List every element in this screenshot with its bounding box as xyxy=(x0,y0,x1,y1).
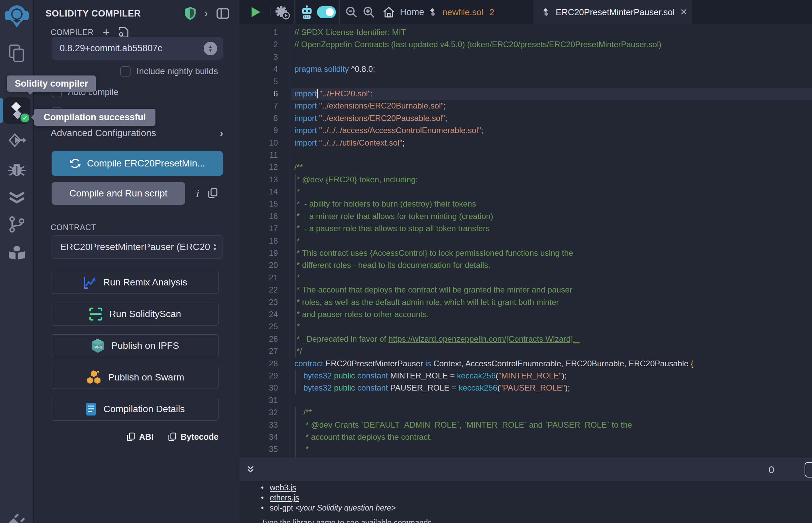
code-line[interactable]: 4pragma solidity ^0.8.0; xyxy=(240,63,812,75)
pin-panel-icon[interactable] xyxy=(216,8,229,19)
terminal[interactable]: •web3.js •ethers.js •sol-gpt <your Solid… xyxy=(240,481,812,523)
copy-abi-button[interactable]: ABI xyxy=(127,432,154,442)
line-number: 4 xyxy=(240,63,291,75)
terminal-search-box[interactable] xyxy=(805,462,812,477)
code-line[interactable]: 9import "../../../access/AccessControlEn… xyxy=(240,124,812,137)
license-icon[interactable] xyxy=(118,26,128,38)
code-line[interactable]: 14 * xyxy=(240,186,812,198)
compiler-version-select[interactable]: 0.8.29+commit.ab55807c ▲▼ xyxy=(52,37,223,60)
info-icon[interactable]: i xyxy=(195,188,199,199)
include-nightly-checkbox[interactable] xyxy=(120,66,130,76)
code-line[interactable]: 35 * xyxy=(240,443,812,455)
line-number: 29 xyxy=(240,370,291,382)
terminal-list-item: •ethers.js xyxy=(261,493,812,503)
code-line[interactable]: 15 * - ability for holders to burn (dest… xyxy=(240,198,812,210)
file-explorer-icon[interactable] xyxy=(0,44,34,63)
copy-icon[interactable] xyxy=(208,188,217,199)
run-script-button[interactable] xyxy=(251,0,261,24)
ai-copilot-toggle[interactable] xyxy=(317,0,336,24)
line-number: 34 xyxy=(240,431,291,443)
tab-home[interactable]: Home xyxy=(383,0,424,24)
line-number: 20 xyxy=(240,259,291,271)
code-line[interactable]: 33 * @dev Grants `DEFAULT_ADMIN_ROLE`, `… xyxy=(240,419,812,431)
code-line[interactable]: 21 * xyxy=(240,272,812,284)
compile-and-run-button[interactable]: Compile and Run script xyxy=(52,182,185,205)
line-number: 6 xyxy=(240,88,291,100)
code-line[interactable]: 20 * different roles - head to its docum… xyxy=(240,259,812,271)
line-number: 1 xyxy=(240,26,291,38)
line-number: 32 xyxy=(240,407,291,418)
run-remix-analysis-button[interactable]: Run Remix Analysis xyxy=(52,271,218,294)
code-line[interactable]: 24 * and pauser roles to other accounts. xyxy=(240,308,812,321)
code-line[interactable]: 11 xyxy=(240,149,812,161)
code-line[interactable]: 25 * xyxy=(240,321,812,332)
plug-icon[interactable] xyxy=(0,513,34,523)
line-number: 27 xyxy=(240,345,291,357)
remix-logo[interactable] xyxy=(0,3,34,29)
code-line[interactable]: 3 xyxy=(240,51,812,63)
compile-button[interactable]: Compile ERC20PresetMin... xyxy=(52,151,223,176)
run-solidityscan-label: Run SolidityScan xyxy=(109,309,181,320)
code-line[interactable]: 34 * account that deploys the contract. xyxy=(240,431,812,443)
code-line[interactable]: 13 * @dev {ERC20} token, including: xyxy=(240,174,812,186)
zoom-in-icon[interactable] xyxy=(363,0,375,24)
code-line[interactable]: 2// OpenZeppelin Contracts (last updated… xyxy=(240,38,812,51)
line-number: 22 xyxy=(240,284,291,296)
terminal-list-item: •web3.js xyxy=(261,483,812,493)
expand-panel-icon[interactable]: › xyxy=(205,8,208,19)
code-line[interactable]: 7import "../extensions/ERC20Burnable.sol… xyxy=(240,100,812,112)
tab-erc20presetminterpauser[interactable]: ERC20PresetMinterPauser.sol ✕ xyxy=(533,0,692,24)
compilation-details-button[interactable]: Compilation Details xyxy=(52,398,218,420)
git-icon[interactable] xyxy=(0,216,34,233)
code-line[interactable]: 5 xyxy=(240,75,812,88)
deploy-run-icon[interactable] xyxy=(0,132,34,148)
compilation-details-label: Compilation Details xyxy=(104,404,185,414)
terminal-bar[interactable]: 0 xyxy=(240,458,812,481)
publish-on-ipfs-button[interactable]: IPFS Publish on IPFS xyxy=(52,334,218,357)
code-line[interactable]: 19 * This contract uses {AccessControl} … xyxy=(240,247,812,259)
code-line[interactable]: 18 * xyxy=(240,235,812,247)
contract-select[interactable]: ERC20PresetMinterPauser (ERC20 ▲▼ xyxy=(52,235,223,259)
text-cursor xyxy=(317,89,318,98)
add-compiler-icon[interactable]: + xyxy=(103,29,110,36)
zoom-out-icon[interactable] xyxy=(345,0,357,24)
advanced-configurations[interactable]: Advanced Configurations › xyxy=(51,127,223,139)
ai-copilot-icon[interactable] xyxy=(301,0,313,24)
code-line[interactable]: 8import "../extensions/ERC20Pausable.sol… xyxy=(240,112,812,124)
include-nightly-label: Include nightly builds xyxy=(137,66,218,76)
code-line[interactable]: 27 */ xyxy=(240,345,812,357)
code-line[interactable]: 30 bytes32 public constant PAUSER_ROLE =… xyxy=(240,382,812,394)
code-line[interactable]: 6import "../ERC20.sol"; xyxy=(240,88,812,100)
code-line[interactable]: 31 xyxy=(240,394,812,407)
code-line[interactable]: 28contract ERC20PresetMinterPauser is Co… xyxy=(240,358,812,370)
plugin-manager-icon[interactable] xyxy=(0,245,34,262)
code-line[interactable]: 12/** xyxy=(240,161,812,173)
code-line[interactable]: 22 * The account that deploys the contra… xyxy=(240,284,812,296)
copy-bytecode-button[interactable]: Bytecode xyxy=(168,432,218,442)
chevron-right-icon: › xyxy=(220,127,223,139)
publish-on-swarm-button[interactable]: Publish on Swarm xyxy=(52,366,218,389)
web3js-link[interactable]: web3.js xyxy=(270,483,296,492)
code-line[interactable]: 10import "../../../utils/Context.sol"; xyxy=(240,137,812,149)
line-number: 28 xyxy=(240,358,291,370)
code-line[interactable]: 16 * - a minter role that allows for tok… xyxy=(240,210,812,222)
static-analysis-icon[interactable] xyxy=(0,190,34,205)
tab-newfile[interactable]: newfile.sol 2 xyxy=(422,0,501,24)
expand-terminal-icon[interactable] xyxy=(246,465,255,475)
close-icon[interactable]: ✕ xyxy=(680,7,688,18)
shield-icon[interactable] xyxy=(184,7,196,20)
code-line[interactable]: 32 /** xyxy=(240,407,812,418)
ethersjs-link[interactable]: ethers.js xyxy=(270,493,299,502)
code-line[interactable]: 23 * roles, as well as the default admin… xyxy=(240,296,812,308)
code-line[interactable]: 29 bytes32 public constant MINTER_ROLE =… xyxy=(240,370,812,382)
run-solidityscan-button[interactable]: Run SolidityScan xyxy=(52,303,218,326)
code-line[interactable]: 17 * - a pauser role that allows to stop… xyxy=(240,222,812,235)
solidity-file-icon xyxy=(542,7,550,17)
script-config-icon[interactable] xyxy=(275,0,290,24)
debugger-icon[interactable] xyxy=(0,161,34,178)
tooltip-solidity-compiler: Solidity compiler xyxy=(7,75,96,92)
code-line[interactable]: 26 * _Deprecated in favor of https://wiz… xyxy=(240,333,812,345)
line-number: 3 xyxy=(240,51,291,63)
code-line[interactable]: 1// SPDX-License-Identifier: MIT xyxy=(240,26,812,38)
code-editor[interactable]: 1// SPDX-License-Identifier: MIT2// Open… xyxy=(240,24,812,458)
